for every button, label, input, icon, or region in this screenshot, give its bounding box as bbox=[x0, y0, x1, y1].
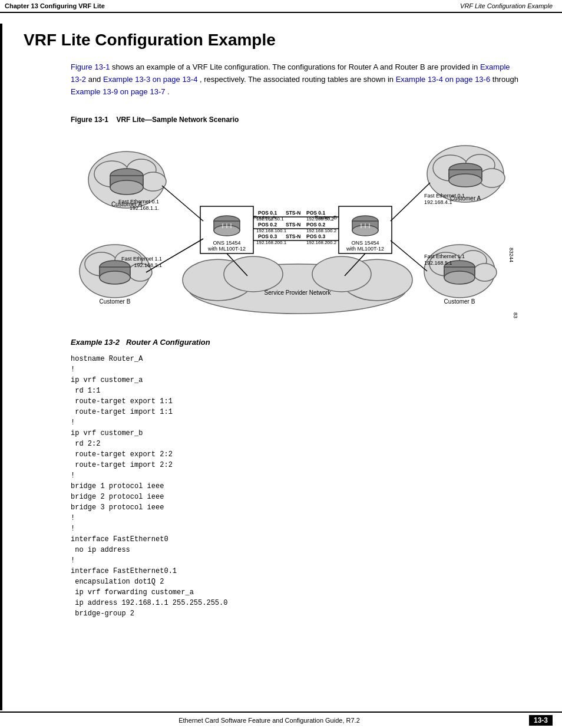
svg-text:POS 0.2: POS 0.2 bbox=[258, 222, 277, 228]
svg-text:with ML100T-12: with ML100T-12 bbox=[207, 246, 246, 252]
example-number: Example 13-2 bbox=[71, 338, 120, 347]
code-line-24: ip address 192.168.1.1 255.255.255.0 bbox=[71, 598, 527, 608]
svg-point-36 bbox=[444, 271, 475, 284]
code-line-14: bridge 2 protocol ieee bbox=[71, 492, 527, 502]
svg-text:POS 0.2: POS 0.2 bbox=[306, 222, 325, 228]
svg-text:Fast Ethernet 0.1: Fast Ethernet 0.1 bbox=[118, 199, 159, 205]
svg-text:83244: 83244 bbox=[508, 248, 514, 262]
link-example-13-3[interactable]: Example 13-3 on page 13-4 bbox=[103, 75, 197, 84]
svg-text:192.168.1.1.: 192.168.1.1. bbox=[130, 205, 159, 211]
intro-text-3: , respectively. The associated routing t… bbox=[200, 75, 396, 84]
figure-container: Figure 13-1 VRF Lite—Sample Network Scen… bbox=[71, 116, 527, 320]
svg-text:STS-N: STS-N bbox=[286, 222, 301, 228]
code-line-17: ! bbox=[71, 523, 527, 534]
code-line-23: ip vrf forwarding customer_a bbox=[71, 587, 527, 598]
svg-point-33 bbox=[473, 263, 497, 281]
svg-text:ONS 15454: ONS 15454 bbox=[351, 240, 379, 246]
figure-caption-title: VRF Lite—Sample Network Scenario bbox=[116, 116, 239, 124]
page-footer: Ethernet Card Software Feature and Confi… bbox=[0, 711, 562, 728]
network-diagram: Customer A Customer B bbox=[71, 130, 518, 318]
header-section: VRF Lite Configuration Example bbox=[460, 2, 553, 9]
header-chapter: Chapter 13 Configuring VRF Lite bbox=[5, 2, 105, 9]
svg-text:Fast Ethernet 1.1: Fast Ethernet 1.1 bbox=[424, 253, 465, 259]
svg-text:POS 0.1: POS 0.1 bbox=[258, 210, 277, 216]
svg-text:STS-N: STS-N bbox=[286, 233, 301, 239]
svg-point-3 bbox=[140, 172, 166, 191]
code-line-25: bridge-group 2 bbox=[71, 608, 527, 619]
code-line-8: ip vrf customer_b bbox=[71, 428, 527, 439]
code-line-13: bridge 1 protocol ieee bbox=[71, 481, 527, 492]
footer-center: Ethernet Card Software Feature and Confi… bbox=[178, 717, 360, 724]
svg-text:Fast Ethernet 0.1: Fast Ethernet 0.1 bbox=[424, 193, 465, 199]
code-block: hostname Router_A ! ip vrf customer_a rd… bbox=[71, 351, 527, 621]
code-line-11: route-target import 2:2 bbox=[71, 460, 527, 470]
svg-point-43 bbox=[224, 256, 283, 292]
svg-text:192.168.200.2: 192.168.200.2 bbox=[306, 240, 337, 245]
page-number: 13-3 bbox=[529, 715, 553, 726]
svg-text:192.168.100.1: 192.168.100.1 bbox=[256, 228, 287, 233]
svg-point-44 bbox=[312, 256, 371, 292]
footer-right: 13-3 bbox=[529, 715, 553, 726]
code-line-3: ip vrf customer_a bbox=[71, 375, 527, 386]
figure-caption-number: Figure 13-1 bbox=[71, 116, 108, 124]
svg-text:POS 0.1: POS 0.1 bbox=[306, 210, 325, 216]
link-example-13-9[interactable]: Example 13-9 on page 13-7 bbox=[71, 87, 165, 96]
code-line-6: route-target import 1:1 bbox=[71, 407, 527, 417]
svg-line-66 bbox=[162, 186, 203, 221]
intro-text-1: shows an example of a VRF Lite configura… bbox=[112, 62, 480, 71]
intro-paragraph: Figure 13-1 shows an example of a VRF Li… bbox=[71, 61, 518, 98]
code-line-19: no ip address bbox=[71, 545, 527, 555]
code-line-2: ! bbox=[71, 364, 527, 375]
code-line-4: rd 1:1 bbox=[71, 386, 527, 396]
intro-text-2: and bbox=[88, 75, 103, 84]
code-line-7: ! bbox=[71, 417, 527, 428]
svg-text:192.168.5.1: 192.168.5.1 bbox=[424, 260, 452, 266]
intro-text-5: . bbox=[167, 87, 170, 96]
svg-text:POS 0.3: POS 0.3 bbox=[258, 233, 277, 239]
example-13-2: Example 13-2 Router A Configuration host… bbox=[71, 338, 527, 621]
svg-text:STS-N: STS-N bbox=[286, 210, 301, 216]
intro-text-4: through bbox=[492, 75, 518, 84]
link-figure-13-1[interactable]: Figure 13-1 bbox=[71, 62, 110, 71]
page-title: VRF Lite Configuration Example bbox=[24, 31, 527, 50]
code-line-1: hostname Router_A bbox=[71, 354, 527, 364]
svg-text:192.168.50.2: 192.168.50.2 bbox=[306, 216, 334, 222]
example-subtitle: Router A Configuration bbox=[126, 338, 210, 347]
svg-point-23 bbox=[479, 169, 505, 187]
svg-text:Customer B: Customer B bbox=[100, 298, 131, 305]
code-line-21: interface FastEthernet0.1 bbox=[71, 566, 527, 577]
code-line-18: interface FastEthernet0 bbox=[71, 534, 527, 545]
main-content: VRF Lite Configuration Example Figure 13… bbox=[0, 13, 562, 668]
code-line-9: rd 2:2 bbox=[71, 439, 527, 449]
svg-point-26 bbox=[449, 174, 482, 187]
svg-text:192.168.4.1: 192.168.4.1 bbox=[424, 199, 452, 205]
svg-text:Fast Ethernet 1.1: Fast Ethernet 1.1 bbox=[121, 256, 162, 262]
svg-text:192.168.2.1: 192.168.2.1 bbox=[134, 262, 162, 268]
code-line-5: route-target export 1:1 bbox=[71, 396, 527, 407]
link-example-13-4[interactable]: Example 13-4 on page 13-6 bbox=[396, 75, 490, 84]
page-header: Chapter 13 Configuring VRF Lite VRF Lite… bbox=[0, 0, 562, 13]
svg-text:192.168.200.1: 192.168.200.1 bbox=[256, 240, 287, 245]
code-line-22: encapsulation dot1Q 2 bbox=[71, 577, 527, 587]
code-line-12: ! bbox=[71, 470, 527, 481]
code-line-20: ! bbox=[71, 555, 527, 566]
code-line-15: bridge 3 protocol ieee bbox=[71, 502, 527, 513]
svg-text:83244: 83244 bbox=[513, 312, 518, 318]
svg-text:Customer B: Customer B bbox=[444, 298, 475, 305]
svg-text:Service Provider Network: Service Provider Network bbox=[265, 289, 332, 296]
svg-text:192.168.50.1: 192.168.50.1 bbox=[256, 216, 284, 222]
svg-point-6 bbox=[110, 180, 143, 195]
svg-point-16 bbox=[100, 271, 130, 284]
svg-text:POS 0.3: POS 0.3 bbox=[306, 233, 325, 239]
svg-text:ONS 15454: ONS 15454 bbox=[213, 240, 240, 246]
figure-caption: Figure 13-1 VRF Lite—Sample Network Scen… bbox=[71, 116, 527, 124]
svg-text:192.168.100.2: 192.168.100.2 bbox=[306, 228, 337, 233]
code-line-16: ! bbox=[71, 513, 527, 523]
svg-text:with ML100T-12: with ML100T-12 bbox=[346, 246, 384, 252]
left-border bbox=[0, 24, 2, 710]
example-title: Example 13-2 Router A Configuration bbox=[71, 338, 527, 347]
code-line-10: route-target export 2:2 bbox=[71, 449, 527, 460]
